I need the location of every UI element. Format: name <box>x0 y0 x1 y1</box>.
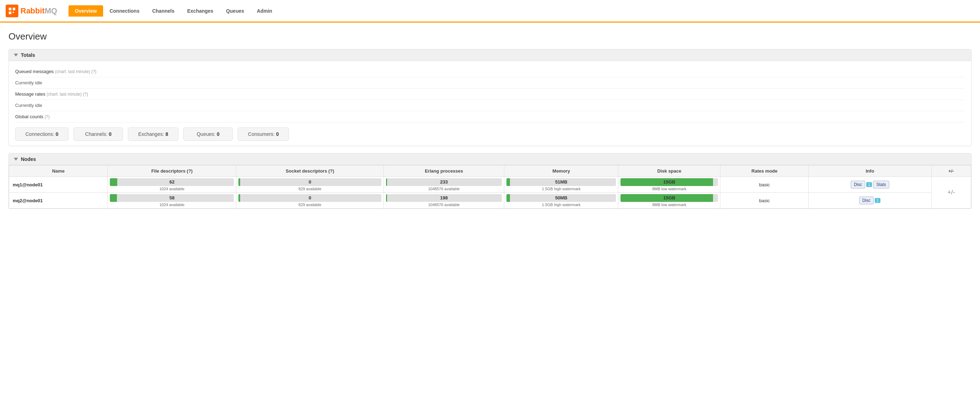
socket-desc-0-bar: 0 <box>239 178 381 186</box>
nav-queues[interactable]: Queues <box>220 5 250 17</box>
memory-1-sub: 1.5GB high watermark <box>506 203 616 207</box>
memory-0-fill <box>506 178 510 186</box>
count-pill-3: Queues: 0 <box>183 127 233 141</box>
disk-1-bar: 15GB <box>620 194 718 202</box>
nav-overview[interactable]: Overview <box>68 5 103 17</box>
disk-0-label: 15GB <box>663 179 675 184</box>
collapse-icon[interactable] <box>14 54 18 57</box>
message-rates-label: Message rates <box>15 91 45 97</box>
erlang-proc-1-bar: 198 <box>386 194 502 202</box>
svg-rect-0 <box>9 7 11 10</box>
totals-header: Totals <box>9 49 971 61</box>
file-desc-0-fill <box>110 178 117 186</box>
disk-1: 15GB 8MB low watermark <box>618 193 721 209</box>
col-header-0: Name <box>9 165 108 177</box>
erlang-proc-1-fill <box>386 194 387 202</box>
socket-desc-1-label: 0 <box>309 195 311 200</box>
rates-mode-1: basic <box>721 193 809 209</box>
badge-1-1: 1 <box>875 198 880 203</box>
erlang-proc-1-sub: 1048576 available <box>386 203 502 207</box>
table-row: mq1@node01 62 1024 available 0 829 avail… <box>9 177 971 193</box>
count-value: 0 <box>56 131 59 137</box>
nav-admin[interactable]: Admin <box>250 5 278 17</box>
svg-rect-1 <box>13 7 15 10</box>
table-row: mq2@node01 58 1024 available 0 829 avail… <box>9 193 971 209</box>
memory-1-bar: 50MB <box>506 194 616 202</box>
totals-body: Queued messages (chart: last minute) (?)… <box>9 61 971 146</box>
file-desc-1: 58 1024 available <box>108 193 236 209</box>
col-header-3: Erlang processes <box>383 165 504 177</box>
rates-mode-0: basic <box>721 177 809 193</box>
disk-0-sub: 8MB low watermark <box>620 187 718 191</box>
message-rates-row: Message rates (chart: last minute) (?) <box>15 89 965 100</box>
socket-desc-1-bar: 0 <box>239 194 381 202</box>
count-value: 0 <box>217 131 220 137</box>
info-btn-0-0[interactable]: Disc <box>851 181 865 189</box>
count-label: Consumers: <box>248 131 274 137</box>
erlang-proc-0: 233 1048576 available <box>383 177 504 193</box>
svg-rect-3 <box>13 11 14 13</box>
queued-messages-sub: (chart: last minute) (?) <box>55 69 96 74</box>
memory-1-fill <box>506 194 510 202</box>
totals-label: Totals <box>21 52 35 58</box>
erlang-proc-0-sub: 1048576 available <box>386 187 502 191</box>
totals-section: Totals Queued messages (chart: last minu… <box>8 49 972 146</box>
nodes-table: NameFile descriptors (?)Socket descripto… <box>9 165 971 209</box>
col-header-2: Socket descriptors (?) <box>236 165 383 177</box>
logo-text: RabbitMQ <box>21 6 57 16</box>
currently-idle-1-row: Currently idle <box>15 77 965 89</box>
socket-desc-0-sub: 829 available <box>239 187 381 191</box>
count-pill-0: Connections: 0 <box>15 127 68 141</box>
nodes-body: NameFile descriptors (?)Socket descripto… <box>9 165 971 209</box>
erlang-proc-0-bar: 233 <box>386 178 502 186</box>
counts-row: Connections: 0Channels: 0Exchanges: 8Que… <box>15 127 965 141</box>
info-btn-0-2[interactable]: Stats <box>873 181 889 189</box>
badge-0-1: 1 <box>866 182 872 187</box>
count-value: 8 <box>165 131 168 137</box>
count-label: Queues: <box>197 131 215 137</box>
svg-rect-2 <box>9 11 11 14</box>
global-counts-label: Global counts <box>15 114 43 119</box>
currently-idle-2: Currently idle <box>15 103 42 108</box>
page-title: Overview <box>8 31 972 42</box>
info-0: Disc1Stats <box>809 177 932 193</box>
memory-0-bar: 51MB <box>506 178 616 186</box>
socket-desc-0: 0 829 available <box>236 177 383 193</box>
erlang-proc-0-label: 233 <box>440 179 448 184</box>
nav-exchanges[interactable]: Exchanges <box>181 5 220 17</box>
plus-minus[interactable]: +/- <box>931 177 971 209</box>
global-counts-row: Global counts (?) <box>15 111 965 122</box>
erlang-proc-1-label: 198 <box>440 195 448 200</box>
count-label: Exchanges: <box>138 131 164 137</box>
disk-0: 15GB 8MB low watermark <box>618 177 721 193</box>
info-btn-1-0[interactable]: Disc <box>859 197 874 204</box>
node-name-0: mq1@node01 <box>9 177 108 193</box>
socket-desc-1-sub: 829 available <box>239 203 381 207</box>
file-desc-1-sub: 1024 available <box>110 203 234 207</box>
count-pill-4: Consumers: 0 <box>238 127 289 141</box>
col-header-4: Memory <box>504 165 618 177</box>
nav-channels[interactable]: Channels <box>146 5 181 17</box>
nodes-section: Nodes NameFile descriptors (?)Socket des… <box>8 153 972 209</box>
nav-connections[interactable]: Connections <box>103 5 146 17</box>
top-bar: RabbitMQ Overview Connections Channels E… <box>0 0 980 22</box>
nodes-collapse-icon[interactable] <box>14 158 18 160</box>
socket-desc-1: 0 829 available <box>236 193 383 209</box>
file-desc-0-bar: 62 <box>110 178 234 186</box>
socket-desc-0-fill <box>239 178 240 186</box>
file-desc-0-label: 62 <box>170 179 175 184</box>
count-label: Connections: <box>25 131 54 137</box>
disk-1-sub: 8MB low watermark <box>620 203 718 207</box>
memory-1: 50MB 1.5GB high watermark <box>504 193 618 209</box>
message-rates-sub: (chart: last minute) (?) <box>47 92 88 97</box>
nodes-label: Nodes <box>21 156 36 162</box>
global-counts-sub: (?) <box>45 114 50 119</box>
info-1: Disc1 <box>809 193 932 209</box>
col-header-8[interactable]: +/- <box>931 165 971 177</box>
logo-icon <box>6 5 18 17</box>
memory-0-sub: 1.5GB high watermark <box>506 187 616 191</box>
queued-messages-row: Queued messages (chart: last minute) (?) <box>15 66 965 77</box>
count-pill-1: Channels: 0 <box>73 127 123 141</box>
count-pill-2: Exchanges: 8 <box>128 127 178 141</box>
col-header-1: File descriptors (?) <box>108 165 236 177</box>
